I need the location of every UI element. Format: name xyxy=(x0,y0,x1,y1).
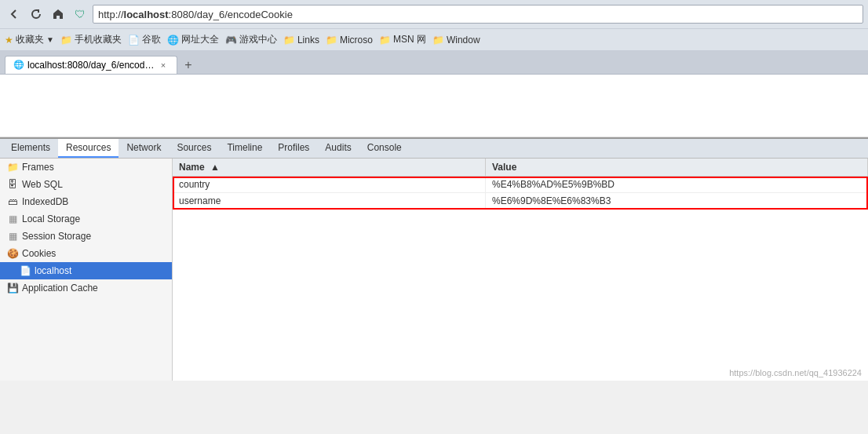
sidebar-item-appcache[interactable]: 💾 Application Cache xyxy=(0,279,172,297)
cell-value: %E4%B8%AD%E5%9B%BD xyxy=(485,177,867,193)
column-header-name: Name ▲ xyxy=(173,159,485,177)
url-host: localhost xyxy=(124,9,169,20)
bookmark-mobile[interactable]: 📁 手机收藏夹 xyxy=(60,33,122,46)
sidebar-item-local-storage[interactable]: ▦ Local Storage xyxy=(0,210,172,228)
bookmark-msn-label: MSN 网 xyxy=(393,33,426,46)
folder-icon-frames: 📁 xyxy=(6,161,19,173)
db-icon-indexeddb: 🗃 xyxy=(6,195,19,208)
reload-button[interactable] xyxy=(27,5,46,24)
cookies-table: Name ▲ Value country%E4%B8%AD%E5%9B%BDus… xyxy=(173,159,868,210)
sidebar-session-storage-label: Session Storage xyxy=(22,231,166,242)
folder-icon-links: 📁 xyxy=(283,35,295,46)
folder-icon-microsoft: 📁 xyxy=(326,35,337,46)
devtools-main: Name ▲ Value country%E4%B8%AD%E5%9B%BDus… xyxy=(173,159,868,381)
tab-resources[interactable]: Resources xyxy=(58,139,119,158)
bookmark-microsoft-label: Microso xyxy=(340,35,373,46)
bookmark-google[interactable]: 📄 谷歌 xyxy=(128,33,161,46)
url-prefix: http:// xyxy=(98,9,124,20)
tab-elements[interactable]: Elements xyxy=(3,139,58,158)
home-button[interactable] xyxy=(49,5,67,24)
tab-network[interactable]: Network xyxy=(119,139,169,158)
sidebar-item-frames[interactable]: 📁 Frames xyxy=(0,159,172,176)
bookmark-games-label: 游戏中心 xyxy=(239,33,277,46)
bookmark-links-label: Links xyxy=(297,35,319,46)
tab-audits[interactable]: Audits xyxy=(317,139,359,158)
bookmark-games[interactable]: 🎮 游戏中心 xyxy=(225,33,277,46)
back-button[interactable] xyxy=(5,5,24,24)
star-icon: ★ xyxy=(5,35,13,46)
url-suffix: :8080/day_6/encodeCookie xyxy=(169,9,293,20)
column-header-value: Value xyxy=(485,159,867,177)
nav-bar: 🛡 http://localhost:8080/day_6/encodeCook… xyxy=(0,0,868,28)
sidebar-item-websql[interactable]: 🗄 Web SQL xyxy=(0,176,172,193)
sidebar-local-storage-label: Local Storage xyxy=(22,213,166,224)
sidebar-cookies-label: Cookies xyxy=(22,248,166,259)
tab-console[interactable]: Console xyxy=(359,139,410,158)
sidebar-appcache-label: Application Cache xyxy=(22,283,166,294)
sidebar-item-cookies[interactable]: 🍪 Cookies xyxy=(0,245,172,262)
devtools-body: 📁 Frames 🗄 Web SQL 🗃 IndexedDB ▦ Local S… xyxy=(0,159,868,381)
cell-value: %E6%9D%8E%E6%83%B3 xyxy=(485,193,867,210)
bookmark-microsoft[interactable]: 📁 Microso xyxy=(326,35,373,46)
table-row[interactable]: country%E4%B8%AD%E5%9B%BD xyxy=(173,177,868,193)
devtools-sidebar: 📁 Frames 🗄 Web SQL 🗃 IndexedDB ▦ Local S… xyxy=(0,159,173,381)
appcache-icon: 💾 xyxy=(6,282,19,294)
page-content xyxy=(0,75,868,137)
db-icon-websql: 🗄 xyxy=(6,178,19,191)
cookie-icon: 🍪 xyxy=(6,247,19,260)
sidebar-frames-label: Frames xyxy=(22,162,166,173)
tab-sources[interactable]: Sources xyxy=(169,139,219,158)
devtools-panel: Elements Resources Network Sources Timel… xyxy=(0,137,868,381)
storage-icon-session: ▦ xyxy=(6,230,19,243)
cell-name: country xyxy=(173,177,485,193)
bookmark-google-label: 谷歌 xyxy=(142,33,161,46)
tab-bar: 🌐 localhost:8080/day_6/encodeCook × + xyxy=(0,50,868,74)
sidebar-item-session-storage[interactable]: ▦ Session Storage xyxy=(0,228,172,245)
folder-icon-windows: 📁 xyxy=(432,35,444,46)
favicon-google: 📄 xyxy=(128,35,140,46)
new-tab-button[interactable]: + xyxy=(179,57,198,74)
table-row[interactable]: username%E6%9D%8E%E6%83%B3 xyxy=(173,193,868,210)
bookmark-sites[interactable]: 🌐 网址大全 xyxy=(167,33,219,46)
bookmark-favorites[interactable]: ★ 收藏夹 ▼ xyxy=(5,33,54,46)
sidebar-localhost-label: localhost xyxy=(35,265,166,276)
bookmark-windows[interactable]: 📁 Window xyxy=(432,35,480,46)
bookmark-windows-label: Window xyxy=(447,35,480,46)
bookmark-favorites-label: 收藏夹 xyxy=(16,33,44,46)
table-wrapper: Name ▲ Value country%E4%B8%AD%E5%9B%BDus… xyxy=(173,159,868,210)
cell-name: username xyxy=(173,193,485,210)
watermark: https://blog.csdn.net/qq_41936224 xyxy=(729,368,862,377)
bookmark-mobile-label: 手机收藏夹 xyxy=(75,33,122,46)
address-bar[interactable]: http://localhost:8080/day_6/encodeCookie xyxy=(93,5,863,24)
folder-icon-msn: 📁 xyxy=(379,35,391,46)
dropdown-arrow: ▼ xyxy=(46,35,54,44)
tab-profiles[interactable]: Profiles xyxy=(270,139,317,158)
sidebar-item-indexeddb[interactable]: 🗃 IndexedDB xyxy=(0,193,172,210)
bookmarks-bar: ★ 收藏夹 ▼ 📁 手机收藏夹 📄 谷歌 🌐 网址大全 🎮 游戏中心 📁 Lin… xyxy=(0,28,868,50)
bookmark-msn[interactable]: 📁 MSN 网 xyxy=(379,33,426,46)
tab-close-button[interactable]: × xyxy=(158,60,169,71)
folder-icon-mobile: 📁 xyxy=(60,35,72,46)
bookmark-links[interactable]: 📁 Links xyxy=(283,35,319,46)
tab-label: localhost:8080/day_6/encodeCook xyxy=(27,60,155,71)
devtools-tab-bar: Elements Resources Network Sources Timel… xyxy=(0,139,868,159)
page-icon-localhost: 📄 xyxy=(19,264,31,277)
tab-favicon: 🌐 xyxy=(13,60,24,71)
sidebar-websql-label: Web SQL xyxy=(22,179,166,190)
sort-arrow-name: ▲ xyxy=(210,162,220,173)
sidebar-indexeddb-label: IndexedDB xyxy=(22,196,166,207)
favicon-games: 🎮 xyxy=(225,35,237,46)
sidebar-item-localhost[interactable]: 📄 localhost xyxy=(0,262,172,279)
active-tab[interactable]: 🌐 localhost:8080/day_6/encodeCook × xyxy=(5,56,177,74)
tab-timeline[interactable]: Timeline xyxy=(219,139,270,158)
storage-icon-local: ▦ xyxy=(6,213,19,225)
bookmark-sites-label: 网址大全 xyxy=(181,33,219,46)
favicon-sites: 🌐 xyxy=(167,35,179,46)
shield-icon: 🛡 xyxy=(71,5,89,24)
